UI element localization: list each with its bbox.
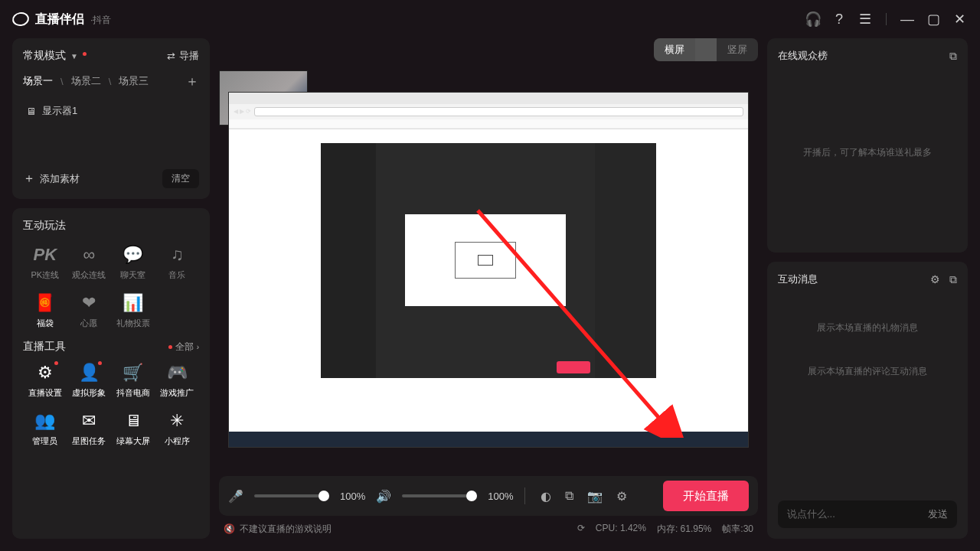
scene-tab-1[interactable]: 场景一 <box>23 74 53 88</box>
preview-area[interactable]: ◀ ▶ ⟳ <box>219 70 758 468</box>
tool-avatar[interactable]: 👤虚拟形象 <box>67 358 112 403</box>
maximize-icon[interactable]: ▢ <box>925 11 942 28</box>
mic-icon[interactable]: 🎤 <box>228 489 243 504</box>
speaker-slider[interactable] <box>402 494 477 497</box>
orientation-portrait[interactable]: 竖屏 <box>717 38 758 61</box>
app-subtitle: ·抖音 <box>90 14 111 27</box>
effects-icon[interactable]: ◐ <box>541 489 551 504</box>
speaker-percent: 100% <box>488 491 513 502</box>
tool-miniapp[interactable]: ✳小程序 <box>155 406 200 452</box>
titlebar: 直播伴侣 ·抖音 🎧 ? ☰ — ▢ ✕ <box>0 0 980 38</box>
scene-panel: 常规模式 ▼ ⇄ 导播 场景一 \ 场景二 \ 场景三 ＋ 🖥 显示器1 <box>12 38 210 199</box>
interact-item-chatroom[interactable]: 💬聊天室 <box>111 240 155 285</box>
add-material-button[interactable]: ＋ 添加素材 <box>23 171 80 187</box>
camera-icon[interactable]: 📷 <box>587 489 603 504</box>
chat-input[interactable]: 说点什么... 发送 <box>778 500 957 528</box>
mode-label: 常规模式 <box>23 49 66 63</box>
interact-item-audience-link[interactable]: ∞观众连线 <box>67 240 112 285</box>
interact-item-pk[interactable]: PKPK连线 <box>23 240 67 285</box>
guide-label: 导播 <box>179 49 199 63</box>
add-material-label: 添加素材 <box>40 172 80 186</box>
interact-item-vote[interactable]: 📊礼物投票 <box>111 289 155 334</box>
orientation-landscape[interactable]: 横屏 <box>654 38 695 61</box>
close-icon[interactable]: ✕ <box>951 11 968 28</box>
messages-panel: 互动消息 ⚙ ⧉ 展示本场直播的礼物消息 展示本场直播的评论互动消息 说点什么.… <box>767 262 968 539</box>
game-notice[interactable]: 🔇 不建议直播的游戏说明 <box>224 523 332 536</box>
tools-all-button[interactable]: 全部› <box>168 341 199 354</box>
divider <box>886 13 887 25</box>
headset-icon[interactable]: 🎧 <box>805 11 822 28</box>
speaker-icon[interactable]: 🔊 <box>376 489 391 504</box>
msg-empty-1: 展示本场直播的礼物消息 <box>817 321 918 334</box>
window-controls: 🎧 ? ☰ — ▢ ✕ <box>805 11 968 28</box>
titlebar-left: 直播伴侣 ·抖音 <box>12 11 111 28</box>
tool-xingtu[interactable]: ✉星图任务 <box>67 406 112 452</box>
refresh-icon[interactable]: ⟳ <box>577 523 585 536</box>
minimize-icon[interactable]: — <box>899 11 916 28</box>
msg-settings-icon[interactable]: ⚙ <box>930 273 940 286</box>
logo-icon <box>11 11 31 28</box>
chevron-down-icon: ▼ <box>70 52 78 60</box>
mute-icon: 🔇 <box>224 523 235 534</box>
clear-button[interactable]: 清空 <box>162 169 199 188</box>
fps-stat: 帧率:30 <box>722 523 753 536</box>
scene-tab-2[interactable]: 场景二 <box>71 74 101 88</box>
add-scene-button[interactable]: ＋ <box>185 72 199 90</box>
messages-title: 互动消息 <box>778 272 818 286</box>
mem-stat: 内存: 61.95% <box>657 523 711 536</box>
monitor-label: 显示器1 <box>42 104 77 118</box>
tool-admin[interactable]: 👥管理员 <box>23 406 67 452</box>
audience-panel: 在线观众榜 ⧉ 开播后，可了解本场谁送礼最多 <box>767 38 968 253</box>
msg-empty-2: 展示本场直播的评论互动消息 <box>808 365 927 378</box>
start-stream-button[interactable]: 开始直播 <box>663 481 749 511</box>
tools-title: 直播工具 <box>23 340 66 354</box>
screenshot-icon[interactable]: ⧉ <box>565 489 573 503</box>
source-item-monitor[interactable]: 🖥 显示器1 <box>23 99 199 122</box>
tool-greenscreen[interactable]: 🖥绿幕大屏 <box>111 406 155 452</box>
tools-panel: 互动玩法 PKPK连线 ∞观众连线 💬聊天室 ♫音乐 🧧福袋 ❤心愿 📊礼物投票… <box>12 208 210 539</box>
interact-item-music[interactable]: ♫音乐 <box>155 240 200 285</box>
monitor-icon: 🖥 <box>26 106 36 117</box>
menu-icon[interactable]: ☰ <box>857 11 874 28</box>
tools-grid: ⚙直播设置 👤虚拟形象 🛒抖音电商 🎮游戏推广 👥管理员 ✉星图任务 🖥绿幕大屏… <box>23 358 199 452</box>
tool-ecommerce[interactable]: 🛒抖音电商 <box>111 358 155 403</box>
mode-dot <box>83 52 87 56</box>
orientation-toggle: 横屏 竖屏 <box>654 38 758 61</box>
help-icon[interactable]: ? <box>831 11 848 28</box>
mic-slider[interactable] <box>254 494 329 497</box>
app-title: 直播伴侣 <box>35 11 84 28</box>
msg-popout-icon[interactable]: ⧉ <box>949 273 957 286</box>
chevron-right-icon: › <box>197 343 199 351</box>
interact-title: 互动玩法 <box>23 219 199 233</box>
scene-tab-3[interactable]: 场景三 <box>119 74 149 88</box>
chat-placeholder: 说点什么... <box>787 507 835 521</box>
control-bar: 🎤 100% 🔊 100% ◐ ⧉ 📷 ⚙ 开始直播 <box>219 476 758 516</box>
mode-selector[interactable]: 常规模式 ▼ <box>23 49 91 63</box>
cpu-stat: CPU: 1.42% <box>596 523 646 536</box>
interact-item-wish[interactable]: ❤心愿 <box>67 289 112 334</box>
preview-canvas: ◀ ▶ ⟳ <box>228 92 749 448</box>
status-bar: 🔇 不建议直播的游戏说明 ⟳ CPU: 1.42% 内存: 61.95% 帧率:… <box>219 519 758 539</box>
guide-button[interactable]: ⇄ 导播 <box>167 49 199 63</box>
popout-icon[interactable]: ⧉ <box>949 50 957 63</box>
swap-icon: ⇄ <box>167 51 175 62</box>
audience-title: 在线观众榜 <box>778 49 828 63</box>
tool-game-promo[interactable]: 🎮游戏推广 <box>155 358 200 403</box>
interact-item-luckybag[interactable]: 🧧福袋 <box>23 289 67 334</box>
plus-icon: ＋ <box>23 171 35 187</box>
interact-grid: PKPK连线 ∞观众连线 💬聊天室 ♫音乐 🧧福袋 ❤心愿 📊礼物投票 <box>23 240 199 334</box>
tool-stream-settings[interactable]: ⚙直播设置 <box>23 358 67 403</box>
settings-icon[interactable]: ⚙ <box>616 489 627 504</box>
mic-percent: 100% <box>340 491 365 502</box>
send-button[interactable]: 发送 <box>928 507 948 521</box>
audience-empty: 开播后，可了解本场谁送礼最多 <box>803 146 932 159</box>
